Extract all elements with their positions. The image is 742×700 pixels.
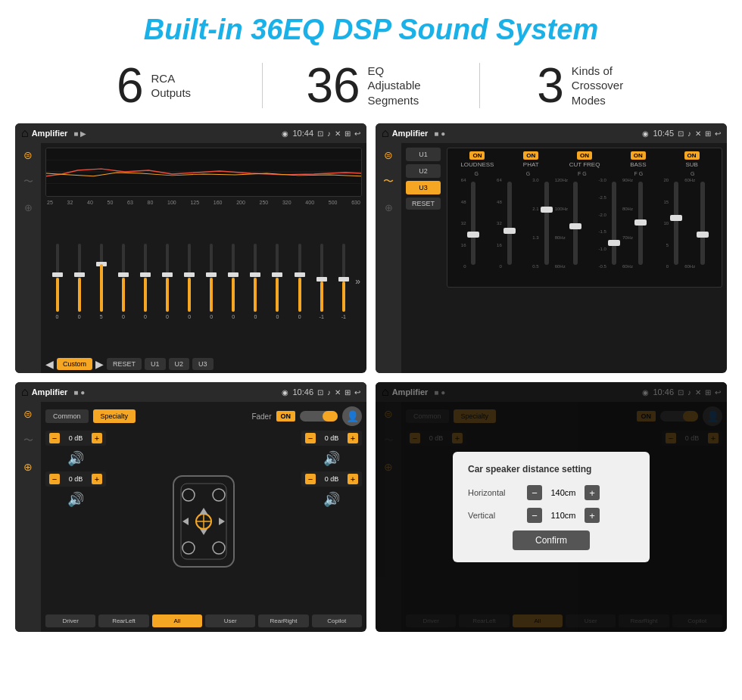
all-button[interactable]: All: [152, 614, 202, 627]
v-slider-track-7[interactable]: [188, 244, 191, 312]
v-slider-thumb-6[interactable]: [162, 272, 173, 277]
split-icon-3[interactable]: ⊕: [23, 461, 33, 473]
vol-minus-tl[interactable]: −: [49, 433, 60, 443]
user-button[interactable]: User: [205, 614, 255, 627]
slider-col-9: 0: [223, 244, 244, 319]
vertical-plus-button[interactable]: +: [585, 508, 600, 523]
avatar-icon[interactable]: 👤: [342, 406, 362, 426]
vol-plus-bl[interactable]: +: [92, 474, 102, 484]
back-icon-1[interactable]: ↩: [354, 129, 360, 138]
v-slider-track-6[interactable]: [166, 244, 169, 312]
close-icon-3[interactable]: ✕: [335, 388, 341, 397]
split-icon[interactable]: ⊕: [24, 202, 33, 213]
vol-minus-br[interactable]: −: [305, 474, 316, 484]
vertical-minus-button[interactable]: −: [527, 508, 542, 523]
horizontal-plus-button[interactable]: +: [585, 485, 600, 500]
reset-button-1[interactable]: RESET: [107, 358, 142, 370]
v-slider-thumb-4[interactable]: [118, 272, 129, 277]
v-slider-track-3[interactable]: [100, 244, 103, 312]
close-icon-1[interactable]: ✕: [335, 129, 341, 138]
copilot-button[interactable]: Copilot: [312, 614, 362, 627]
back-icon-3[interactable]: ↩: [354, 388, 360, 397]
v-slider-track-10[interactable]: [254, 244, 257, 312]
expand-icon[interactable]: »: [355, 276, 360, 287]
v-slider-track-9[interactable]: [232, 244, 235, 312]
play-back-button[interactable]: ◀: [45, 358, 54, 370]
u3-button-1[interactable]: U3: [192, 358, 214, 370]
home-icon-1[interactable]: ⌂: [21, 126, 29, 140]
horizontal-minus-button[interactable]: −: [527, 485, 542, 500]
vol-plus-tl[interactable]: +: [92, 433, 102, 443]
v-slider-track-5[interactable]: [144, 244, 147, 312]
specialty-button-3[interactable]: Specialty: [93, 409, 136, 423]
cross-v-thumb-3a[interactable]: [541, 207, 553, 213]
v-slider-track-11[interactable]: [276, 244, 279, 312]
v-slider-track-1[interactable]: [56, 244, 59, 312]
v-slider-thumb-10[interactable]: [250, 272, 260, 277]
cross-v-track-4a[interactable]: [612, 182, 616, 265]
vol-minus-bl[interactable]: −: [49, 474, 60, 484]
wave-icon-3[interactable]: 〜: [23, 434, 33, 447]
vol-minus-tr[interactable]: −: [305, 433, 316, 443]
v-slider-thumb-13[interactable]: [316, 277, 327, 282]
vol-plus-br[interactable]: +: [348, 474, 358, 484]
common-button-3[interactable]: Common: [45, 409, 89, 423]
cross-v-track-2[interactable]: [507, 182, 512, 265]
wave-icon[interactable]: 〜: [23, 175, 33, 188]
rear-right-button[interactable]: RearRight: [258, 614, 308, 627]
cross-v-track-3a[interactable]: [544, 182, 549, 265]
v-slider-thumb-1[interactable]: [52, 272, 63, 277]
filter-icon-3[interactable]: ⊜: [23, 408, 33, 420]
wave-icon-2[interactable]: 〜: [383, 175, 394, 188]
u2-button-1[interactable]: U2: [169, 358, 190, 370]
rear-left-button[interactable]: RearLeft: [98, 614, 148, 627]
close-icon-2[interactable]: ✕: [695, 129, 701, 138]
cross-v-thumb-4b[interactable]: [634, 219, 647, 226]
u1-button-1[interactable]: U1: [145, 358, 166, 370]
slider-val-9: 0: [232, 314, 235, 319]
v-slider-thumb-7[interactable]: [184, 272, 195, 277]
reset-button-2[interactable]: RESET: [406, 198, 441, 210]
v-slider-track-4[interactable]: [122, 244, 125, 312]
v-slider-thumb-14[interactable]: [338, 277, 349, 282]
fader-slider-h[interactable]: [300, 411, 338, 422]
home-icon-2[interactable]: ⌂: [382, 126, 389, 140]
split-icon-2[interactable]: ⊕: [385, 202, 393, 213]
play-forward-button[interactable]: ▶: [95, 358, 104, 370]
home-icon-3[interactable]: ⌂: [21, 385, 29, 399]
cross-v-thumb-4a[interactable]: [608, 240, 620, 246]
cross-v-track-1[interactable]: [471, 182, 475, 265]
cross-v-thumb-3b[interactable]: [569, 223, 581, 229]
cross-v-track-3b[interactable]: [573, 182, 578, 265]
driver-button[interactable]: Driver: [45, 614, 95, 627]
v-slider-track-8[interactable]: [210, 244, 213, 312]
cross-v-thumb-1[interactable]: [467, 232, 479, 238]
v-slider-thumb-5[interactable]: [140, 272, 151, 277]
v-slider-track-14[interactable]: [342, 244, 345, 312]
cross-v-thumb-5[interactable]: [670, 215, 682, 221]
v-slider-track-2[interactable]: [78, 244, 81, 312]
u1-button-2[interactable]: U1: [406, 148, 441, 161]
vol-plus-tr[interactable]: +: [348, 433, 358, 443]
v-slider-track-13[interactable]: [320, 244, 323, 312]
cross-v-track-4b[interactable]: [638, 182, 643, 265]
v-slider-track-12[interactable]: [298, 244, 301, 312]
custom-button[interactable]: Custom: [57, 358, 92, 370]
cross-v-track-5b[interactable]: [700, 182, 705, 265]
v-slider-thumb-9[interactable]: [228, 272, 238, 277]
u3-button-2[interactable]: U3: [406, 181, 441, 194]
v-slider-thumb-2[interactable]: [74, 272, 85, 277]
v-slider-thumb-12[interactable]: [295, 272, 305, 277]
filter-icon[interactable]: ⊜: [23, 149, 33, 161]
filter-icon-2[interactable]: ⊜: [384, 149, 393, 161]
back-icon-2[interactable]: ↩: [715, 129, 721, 138]
cross-v-thumb-2[interactable]: [504, 228, 516, 234]
v-slider-thumb-11[interactable]: [272, 272, 282, 277]
u2-button-2[interactable]: U2: [406, 164, 441, 178]
confirm-button[interactable]: Confirm: [513, 530, 590, 550]
fader-on-toggle[interactable]: ON: [276, 411, 296, 422]
v-slider-thumb-8[interactable]: [206, 272, 217, 277]
cross-v-track-5[interactable]: [674, 182, 678, 265]
cross-v-thumb-5b[interactable]: [697, 232, 709, 238]
location-icon-3: ◉: [282, 388, 288, 397]
